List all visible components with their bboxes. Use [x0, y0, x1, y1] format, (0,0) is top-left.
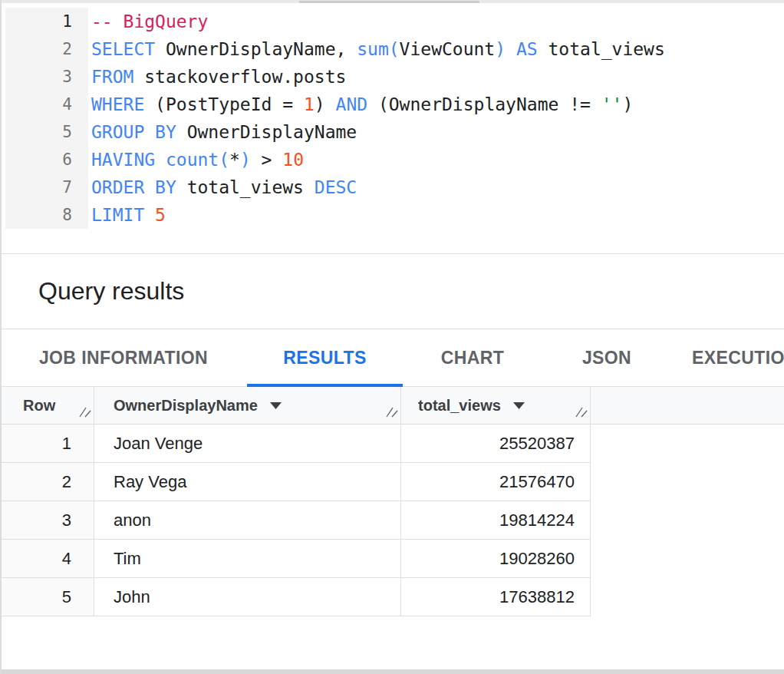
code-token-keyword: GROUP BY — [91, 122, 176, 142]
tab-label: JSON — [582, 348, 631, 368]
line-number: 6 — [5, 146, 88, 173]
code-token-plain: OwnerDisplayName, — [155, 39, 357, 59]
query-results-header: Query results — [0, 253, 784, 329]
code-token-plain: total_views — [538, 39, 665, 59]
row-number-cell: 2 — [0, 463, 94, 501]
table-row: 1Joan Venge25520387 — [0, 425, 591, 463]
line-number: 8 — [5, 201, 88, 229]
column-header-row: Row — [0, 387, 94, 424]
line-number: 3 — [5, 63, 88, 91]
code-lines: 1-- BigQuery2SELECT OwnerDisplayName, su… — [5, 8, 784, 229]
code-token-string: '' — [601, 94, 623, 114]
total-views-cell: 21576470 — [401, 463, 591, 501]
code-text: ORDER BY total_views DESC — [88, 173, 357, 201]
code-text: WHERE (PostTypeId = 1) AND (OwnerDisplay… — [88, 91, 633, 118]
owner-name-cell: John — [94, 578, 401, 616]
code-token-plain: (OwnerDisplayName != — [367, 94, 601, 114]
code-token-keyword: SELECT — [91, 39, 155, 59]
code-token-keyword: count( — [166, 150, 229, 170]
owner-name-cell: Tim — [94, 540, 401, 577]
code-text: GROUP BY OwnerDisplayName — [88, 118, 357, 146]
tab-job-information[interactable]: JOB INFORMATION — [0, 329, 247, 386]
table-row: 2Ray Vega21576470 — [0, 463, 591, 501]
results-tab-bar: JOB INFORMATIONRESULTSCHARTJSONEXECUTION… — [0, 329, 784, 387]
code-token-keyword: FROM — [91, 67, 133, 87]
code-token-plain: ) — [622, 94, 633, 114]
tab-label: JOB INFORMATION — [39, 348, 208, 368]
sql-editor[interactable]: 1-- BigQuery2SELECT OwnerDisplayName, su… — [0, 3, 784, 253]
code-token-keyword: ORDER BY — [91, 177, 176, 197]
code-line: 2SELECT OwnerDisplayName, sum(ViewCount)… — [5, 35, 784, 63]
code-text: FROM stackoverflow.posts — [88, 63, 346, 91]
code-token-plain: ViewCount — [400, 39, 496, 59]
code-token-keyword: LIMIT — [91, 205, 144, 225]
table-row: 3anon19814224 — [0, 501, 591, 540]
line-number: 1 — [5, 8, 88, 35]
code-text: LIMIT 5 — [88, 201, 166, 229]
code-token-keyword: ) — [240, 150, 251, 170]
code-token-keyword: WHERE — [91, 94, 144, 114]
column-header-filler — [591, 387, 784, 424]
row-number-cell: 1 — [0, 425, 94, 462]
row-number-cell: 5 — [0, 578, 94, 616]
column-header-ownerdisplayname[interactable]: OwnerDisplayName — [94, 387, 401, 424]
code-token-number: 1 — [304, 94, 315, 114]
code-token-plain — [144, 205, 155, 225]
code-token-plain: stackoverflow.posts — [133, 67, 346, 87]
table-row: 4Tim19028260 — [0, 540, 591, 578]
column-header-total_views[interactable]: total_views — [401, 387, 591, 424]
row-number-cell: 3 — [0, 501, 94, 539]
code-line: 5GROUP BY OwnerDisplayName — [5, 118, 784, 146]
tab-label: EXECUTION DETAILS — [692, 348, 784, 368]
code-text: -- BigQuery — [88, 8, 208, 35]
code-token-keyword: ) — [495, 39, 506, 59]
code-token-keyword: HAVING — [91, 150, 155, 170]
code-token-plain: * — [229, 150, 240, 170]
tab-json[interactable]: JSON — [542, 329, 671, 386]
total-views-cell: 19814224 — [401, 501, 591, 539]
code-token-keyword: DESC — [315, 177, 357, 197]
line-number: 2 — [5, 35, 88, 63]
row-number-cell: 4 — [0, 540, 94, 577]
code-line: 7ORDER BY total_views DESC — [5, 173, 784, 201]
code-token-comment: -- BigQuery — [91, 12, 208, 31]
owner-name-cell: Joan Venge — [94, 425, 401, 462]
tab-label: CHART — [441, 348, 505, 368]
code-token-plain — [155, 150, 166, 170]
total-views-cell: 17638812 — [401, 578, 591, 616]
column-resize-grip-icon[interactable] — [385, 404, 398, 421]
code-token-keyword: AND — [336, 94, 368, 114]
column-header-label: total_views — [418, 397, 501, 415]
tab-chart[interactable]: CHART — [403, 329, 542, 386]
code-line: 3FROM stackoverflow.posts — [5, 63, 784, 91]
code-line: 4WHERE (PostTypeId = 1) AND (OwnerDispla… — [5, 91, 784, 118]
tab-results[interactable]: RESULTS — [247, 329, 403, 386]
code-line: 6HAVING count(*) > 10 — [5, 146, 784, 173]
results-table-body: 1Joan Venge255203872Ray Vega215764703ano… — [0, 425, 591, 616]
total-views-cell: 25520387 — [401, 425, 591, 462]
code-text: SELECT OwnerDisplayName, sum(ViewCount) … — [88, 35, 665, 63]
code-token-plain: > — [251, 150, 283, 170]
code-token-number: 5 — [155, 205, 166, 225]
results-table-header: RowOwnerDisplayNametotal_views — [0, 387, 784, 425]
code-token-number: 10 — [282, 150, 304, 170]
column-resize-grip-icon[interactable] — [575, 404, 588, 421]
code-token-plain: (PostTypeId = — [144, 94, 304, 114]
bigquery-results-panel: 1-- BigQuery2SELECT OwnerDisplayName, su… — [0, 0, 784, 674]
code-token-plain: ) — [315, 94, 336, 114]
sort-dropdown-icon[interactable] — [513, 402, 525, 409]
sort-dropdown-icon[interactable] — [270, 402, 282, 409]
code-token-keyword: AS — [516, 39, 538, 59]
column-resize-grip-icon[interactable] — [78, 404, 91, 421]
line-number: 4 — [5, 91, 88, 118]
column-header-label: OwnerDisplayName — [114, 397, 258, 415]
code-text: HAVING count(*) > 10 — [88, 146, 304, 173]
line-number: 7 — [5, 173, 88, 201]
line-number: 5 — [5, 118, 88, 146]
code-token-keyword: sum( — [357, 39, 399, 59]
total-views-cell: 19028260 — [401, 540, 591, 577]
code-line: 8LIMIT 5 — [5, 201, 784, 229]
page-title: Query results — [38, 277, 184, 306]
column-header-label: Row — [23, 397, 55, 415]
tab-execution-details[interactable]: EXECUTION DETAILS — [671, 329, 784, 386]
